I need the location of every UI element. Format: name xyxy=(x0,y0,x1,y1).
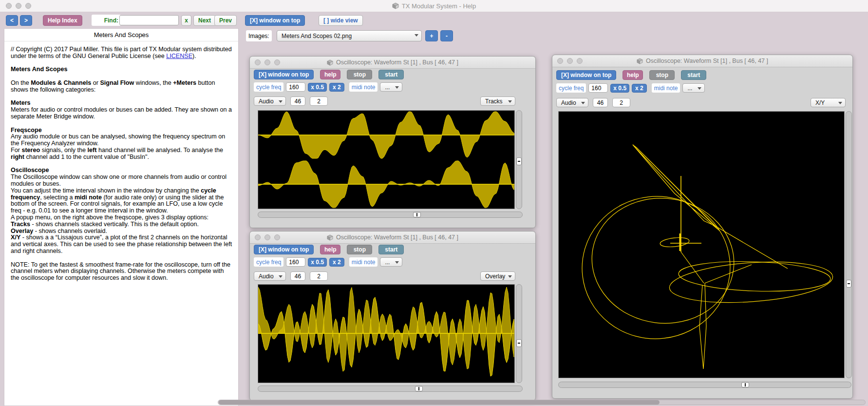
vertical-slider-thumb[interactable] xyxy=(846,280,851,288)
remove-image-button[interactable]: - xyxy=(440,30,453,41)
midi-note-dropdown[interactable]: ... xyxy=(682,83,705,93)
rate-dropdown[interactable]: Audio xyxy=(556,98,588,107)
help-line: Tracks - shows channels stacked vertical… xyxy=(11,221,232,228)
scope-help-button[interactable]: help xyxy=(623,70,643,80)
images-dropdown[interactable]: Meters And Scopes 02.png xyxy=(277,30,422,41)
close-button[interactable] xyxy=(6,3,12,9)
scope-start-button[interactable]: start xyxy=(378,70,404,79)
forward-button[interactable]: > xyxy=(20,15,32,26)
display-mode-dropdown[interactable]: Overlay xyxy=(480,271,515,281)
scope-stop-button[interactable]: stop xyxy=(347,70,372,79)
rate-dropdown[interactable]: Audio xyxy=(254,97,286,106)
help-line: Meters xyxy=(11,100,232,107)
help-text: // Copyright (C) 2017 Paul Miller. This … xyxy=(4,41,238,282)
find-prev-button[interactable]: Prev xyxy=(214,15,237,26)
midi-note-dropdown[interactable]: ... xyxy=(380,257,402,267)
images-pane-scrollbar-thumb[interactable] xyxy=(219,400,660,405)
scope-window-on-top-button[interactable]: [X] window on top xyxy=(254,70,314,79)
x-two-button[interactable]: x 2 xyxy=(329,258,344,267)
channels-input[interactable]: 2 xyxy=(310,271,328,281)
help-line: For stereo signals, only the left hand c… xyxy=(11,147,232,161)
find-clear-button[interactable]: x xyxy=(181,15,191,26)
scope-title: Oscilloscope: Waveform St [1] , Bus [ 46… xyxy=(336,234,458,241)
x-half-button[interactable]: x 0.5 xyxy=(610,84,629,93)
zoom-button[interactable] xyxy=(274,59,280,65)
help-heading: Meters And Scopes xyxy=(11,66,232,73)
vertical-zoom-slider[interactable] xyxy=(516,284,522,383)
bus-input[interactable]: 46 xyxy=(593,98,608,107)
scope-title: Oscilloscope: Waveform St [1] , Bus [ 46… xyxy=(336,59,458,66)
close-button[interactable] xyxy=(255,234,261,240)
horizontal-scroll-slider[interactable] xyxy=(258,386,523,392)
minimize-button[interactable] xyxy=(567,58,573,64)
scope-stop-button[interactable]: stop xyxy=(347,245,372,254)
minimize-button[interactable] xyxy=(264,59,270,65)
scope-stop-button[interactable]: stop xyxy=(649,70,675,80)
find-input[interactable] xyxy=(119,15,179,25)
help-line: Freqscope xyxy=(11,127,232,134)
help-line: NOTE: To get the fastest & smoothest fra… xyxy=(11,262,232,282)
horizontal-slider-thumb[interactable] xyxy=(413,212,421,217)
rate-dropdown[interactable]: Audio xyxy=(254,271,286,281)
help-index-button[interactable]: Help Index xyxy=(43,15,82,26)
close-button[interactable] xyxy=(557,58,563,64)
add-image-button[interactable]: + xyxy=(425,30,438,41)
vertical-slider-thumb[interactable] xyxy=(516,157,522,165)
bus-input[interactable]: 46 xyxy=(290,97,305,106)
find-next-button[interactable]: Next xyxy=(193,15,216,26)
x-half-button[interactable]: x 0.5 xyxy=(308,83,327,92)
channels-input[interactable]: 2 xyxy=(612,98,630,107)
zoom-button[interactable] xyxy=(274,234,280,240)
help-panel: Meters And Scopes // Copyright (C) 2017 … xyxy=(4,28,239,406)
scope-start-button[interactable]: start xyxy=(378,245,404,254)
horizontal-scroll-slider[interactable] xyxy=(558,382,851,388)
horizontal-scroll-slider[interactable] xyxy=(258,212,523,218)
midi-note-label: midi note xyxy=(349,82,378,92)
minimize-button[interactable] xyxy=(16,3,21,9)
channels-input[interactable]: 2 xyxy=(310,97,328,106)
display-mode-dropdown[interactable]: Tracks xyxy=(480,97,515,106)
oscilloscope-window-tracks: Oscilloscope: Waveform St [1] , Bus [ 46… xyxy=(249,56,536,228)
help-line: X/Y - shows a a “Lissajous curve”, a plo… xyxy=(11,234,232,254)
midi-note-label: midi note xyxy=(652,83,680,93)
help-line: Any audio module or bus can be analysed,… xyxy=(11,134,232,147)
window-on-top-button[interactable]: [X] window on top xyxy=(245,15,305,26)
cycle-freq-input[interactable]: 160 xyxy=(286,257,305,267)
x-two-button[interactable]: x 2 xyxy=(329,83,344,92)
scope-help-button[interactable]: help xyxy=(320,245,340,254)
cycle-freq-input[interactable]: 160 xyxy=(286,82,305,92)
help-line: A popup menu, on the right above the fre… xyxy=(11,214,232,221)
horizontal-slider-thumb[interactable] xyxy=(741,382,749,387)
x-two-button[interactable]: x 2 xyxy=(632,84,647,93)
zoom-button[interactable] xyxy=(25,3,31,9)
display-mode-dropdown[interactable]: X/Y xyxy=(811,98,846,107)
cycle-freq-input[interactable]: 160 xyxy=(588,83,608,93)
app-title: TX Modular System - Help xyxy=(402,2,476,10)
images-label: Images: xyxy=(246,30,272,41)
vertical-zoom-slider[interactable] xyxy=(516,110,522,209)
images-pane-scrollbar[interactable] xyxy=(218,400,866,405)
wide-view-button[interactable]: [ ] wide view xyxy=(319,15,363,26)
close-button[interactable] xyxy=(255,59,261,65)
horizontal-slider-thumb[interactable] xyxy=(415,386,423,391)
scope-start-button[interactable]: start xyxy=(681,70,706,80)
zoom-button[interactable] xyxy=(577,58,583,64)
scope-help-button[interactable]: help xyxy=(320,70,340,79)
license-link[interactable]: LICENSE xyxy=(166,53,192,59)
midi-note-label: midi note xyxy=(349,257,378,267)
back-button[interactable]: < xyxy=(6,15,18,26)
x-half-button[interactable]: x 0.5 xyxy=(308,258,327,267)
midi-note-dropdown[interactable]: ... xyxy=(380,82,402,92)
minimize-button[interactable] xyxy=(264,234,270,240)
find-label: Find: xyxy=(92,15,121,26)
scope-window-controls xyxy=(557,58,583,64)
app-icon xyxy=(392,2,399,9)
vertical-zoom-slider[interactable] xyxy=(846,111,852,378)
vertical-slider-thumb[interactable] xyxy=(516,339,522,347)
scope-title: Oscilloscope: Waveform St [1] , Bus [ 46… xyxy=(646,58,768,64)
scope-window-on-top-button[interactable]: [X] window on top xyxy=(254,245,314,254)
bus-input[interactable]: 46 xyxy=(290,271,305,281)
cycle-freq-label: cycle freq xyxy=(556,83,586,93)
scope-app-icon xyxy=(327,234,333,241)
scope-window-on-top-button[interactable]: [X] window on top xyxy=(556,70,616,80)
